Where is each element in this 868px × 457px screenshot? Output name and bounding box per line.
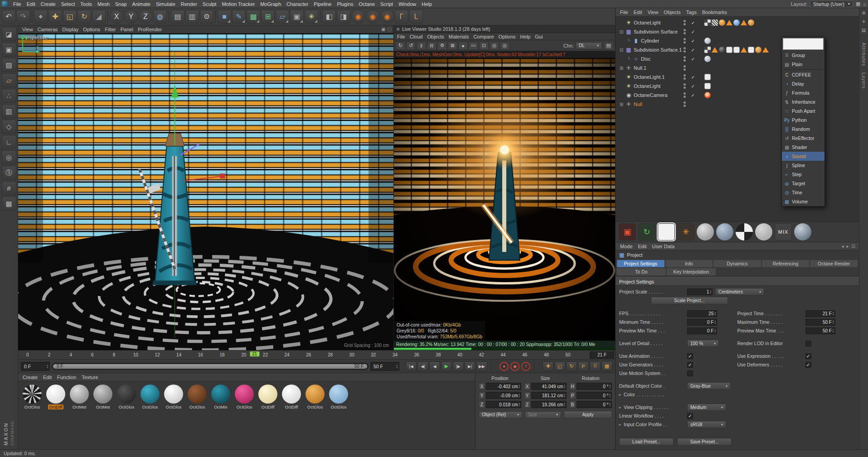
tag-phong-icon[interactable] (704, 38, 711, 44)
coordinate-field[interactable]: 0 °▴▾ (577, 392, 612, 399)
coordinate-field[interactable]: -0.402 cm▴▾ (486, 383, 521, 390)
material-manager-menu-texture[interactable]: Texture (79, 375, 101, 380)
object-row-octanelight[interactable]: ☀ OctaneLight ✓ (616, 18, 859, 27)
tag-white-icon[interactable] (733, 47, 740, 53)
redo-icon[interactable]: ↷ (16, 10, 30, 24)
history-back-icon[interactable]: ◂ (842, 244, 844, 249)
ik-chain-icon[interactable]: L (409, 10, 423, 24)
object-name[interactable]: Null.1 (634, 65, 646, 71)
viewport-toggle-icon[interactable]: ▣ (381, 27, 385, 32)
tag-menu-item-coffee[interactable]: C COFFEE (782, 70, 824, 79)
menu-sculpt[interactable]: Sculpt (200, 1, 219, 7)
checkbox[interactable]: ✓ (687, 353, 693, 359)
attribute-manager-menu-user-data[interactable]: User Data (650, 244, 678, 249)
expand-caret-icon[interactable]: ⊟ (618, 29, 625, 34)
window-menu-icon[interactable]: ≡ (397, 26, 399, 32)
expand-caret-icon[interactable]: ⊞ (618, 66, 625, 71)
material-manager-menu-create[interactable]: Create (20, 375, 40, 380)
object-name[interactable]: OctaneCamera (634, 92, 668, 98)
value-field[interactable]: 0 F▴▾ (687, 319, 717, 326)
expand-caret-icon[interactable]: ⊞ (618, 102, 625, 107)
material-item-0-octglos[interactable]: OctGlos (22, 385, 43, 409)
tag-white-icon[interactable] (704, 74, 711, 80)
timeline-ruler[interactable]: 0246810121416182022242628303234363840424… (18, 350, 615, 359)
live-viewer-menu-objects[interactable]: Objects (425, 34, 446, 39)
tag-tri-icon[interactable] (712, 47, 718, 53)
menu-snap[interactable]: Snap (112, 1, 130, 7)
range-start-field[interactable]: 0 F▴▾ (21, 362, 50, 371)
visibility-dots[interactable] (684, 20, 686, 25)
visibility-dots[interactable] (684, 56, 686, 62)
polygons-mode-icon[interactable]: ◇ (2, 120, 16, 134)
move-tool-icon[interactable]: ✚ (48, 10, 62, 24)
tag-tri-icon[interactable] (741, 47, 747, 53)
enable-check-icon[interactable]: ✓ (689, 93, 697, 98)
material-item-12-octglos[interactable]: OctGlos (305, 385, 325, 409)
save-preset-button[interactable]: Save Preset... (677, 438, 732, 446)
coordinate-field[interactable]: -0.09 cm▴▾ (486, 392, 521, 399)
tag-menu-item-random[interactable]: ▒ Random (782, 125, 824, 134)
record-rotation-toggle[interactable]: ↻ (566, 361, 577, 371)
expand-caret-icon[interactable]: ▸ (619, 393, 624, 397)
lv-lock-icon[interactable]: ⊠ (448, 42, 457, 50)
viewport-menu-filter[interactable]: Filter (102, 27, 118, 32)
mograph-array-icon[interactable]: ⊞ (261, 10, 275, 24)
current-frame-marker[interactable]: 21 (250, 351, 259, 356)
menu-create[interactable]: Create (38, 1, 58, 7)
object-name[interactable]: Null (634, 101, 642, 107)
visibility-dots[interactable] (684, 29, 686, 34)
lv-region-icon[interactable]: R (427, 42, 436, 50)
object-name[interactable]: OctaneLight (634, 83, 660, 89)
tag-ball-dark-icon[interactable] (719, 47, 725, 53)
search-icon[interactable]: ⊕ (862, 10, 865, 15)
tag-menu-item-volume[interactable]: ▧ Volume (782, 197, 824, 206)
enable-check-icon[interactable]: ✓ (689, 29, 697, 34)
keyframe-preset-button[interactable]: ▦ (601, 361, 612, 371)
object-manager[interactable]: ☀ OctaneLight ✓ ⊟ ▩ Subdivision Surface … (616, 17, 859, 221)
default-object-color-dropdown[interactable]: Gray-Blue▾ (687, 382, 731, 390)
value-field[interactable]: 25▴▾ (687, 310, 717, 317)
tag-menu-item-shader[interactable]: ▨ Shader (782, 143, 824, 152)
tag-white-icon[interactable] (748, 47, 754, 53)
tag-tri-icon[interactable] (741, 20, 747, 25)
tag-phong-icon[interactable] (704, 56, 711, 62)
tag-menu-item-inheritance[interactable]: ⇅ Inheritance (782, 97, 824, 106)
lv-pin2-icon[interactable]: ◎ (500, 42, 509, 50)
enable-check-icon[interactable]: ✓ (689, 84, 697, 89)
lod-dropdown[interactable]: 100 %▾ (687, 340, 719, 347)
record-pla-toggle[interactable]: ⠿ (590, 361, 601, 371)
viewport-solo-icon[interactable]: ◎ (2, 150, 16, 164)
undo-icon[interactable]: ↶ (2, 10, 15, 24)
checkbox[interactable]: ✓ (805, 353, 811, 359)
menu-animate[interactable]: Animate (130, 1, 153, 7)
material-item-7-octglos[interactable]: OctGlos (187, 385, 208, 409)
panel-tab-attributes[interactable]: Attributes (861, 43, 866, 66)
viewport-menu-prorender[interactable]: ProRender (136, 27, 164, 32)
value-field[interactable]: 50 F▴▾ (805, 327, 835, 334)
visibility-dots[interactable] (684, 38, 686, 43)
goto-start-button[interactable]: |◀ (406, 361, 417, 371)
tag-tri-icon[interactable] (726, 20, 732, 25)
enable-check-icon[interactable]: ✓ (689, 57, 697, 62)
expand-caret-icon[interactable]: ▸ (619, 405, 624, 409)
tag-menu-item-group[interactable]: ⠿ Group (782, 51, 824, 60)
last-tool-icon[interactable]: ◢ (92, 10, 106, 24)
checkbox[interactable]: ✓ (805, 362, 811, 368)
make-editable-icon[interactable]: ◪ (2, 27, 16, 41)
scale-tool-icon[interactable]: ◱ (63, 10, 77, 24)
octane-flower-button[interactable]: ✳ (677, 223, 694, 241)
workplane-mode-icon[interactable]: ▱ (2, 73, 16, 87)
material-item-11-octdiff[interactable]: OctDiff (281, 385, 302, 409)
octane-camera-button[interactable]: ▣ (619, 223, 636, 241)
visibility-dots[interactable] (684, 47, 686, 53)
record-parameter-toggle[interactable]: P (578, 361, 589, 371)
tag-ball-orange-icon[interactable] (748, 19, 754, 26)
tag-stripe-icon[interactable] (712, 19, 718, 26)
menu-edit[interactable]: Edit (24, 1, 38, 7)
value-field[interactable]: 1▴▾ (687, 289, 713, 295)
record-position-toggle[interactable]: ✚ (543, 361, 553, 371)
coordinate-system-icon[interactable]: ◍ (153, 10, 167, 24)
tag-white-icon[interactable] (726, 47, 732, 53)
enable-check-icon[interactable]: ✓ (689, 75, 697, 80)
input-color-profile-dropdown[interactable]: sRGB▾ (687, 421, 726, 428)
